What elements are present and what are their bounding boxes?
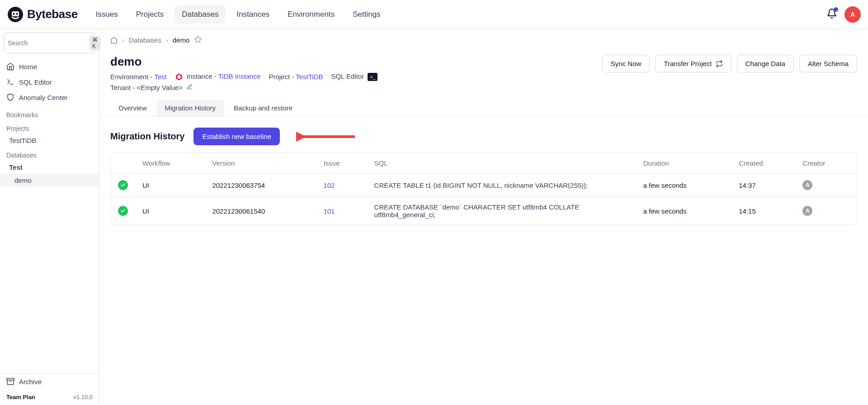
issue-link[interactable]: 102 (323, 181, 335, 189)
cell-workflow: UI (135, 174, 205, 196)
transfer-project-label: Transfer Project (664, 60, 712, 67)
status-done-icon (118, 180, 128, 190)
cell-sql: CREATE TABLE t1 (id BIGINT NOT NULL, nic… (367, 174, 636, 196)
search-shortcut: ⌘ K (90, 36, 100, 50)
sidebar-section-bookmarks: Bookmarks (0, 107, 99, 120)
top-nav: Issues Projects Databases Instances Envi… (89, 5, 388, 24)
sidebar-env-test[interactable]: Test (0, 161, 99, 174)
tabs: Overview Migration History Backup and re… (99, 91, 868, 117)
sidebar-anomaly-label: Anomaly Center (19, 94, 68, 101)
cell-version: 20221230063754 (205, 174, 316, 196)
notifications-button[interactable] (826, 8, 837, 20)
cell-version: 20221230061540 (205, 196, 316, 225)
tidb-icon (175, 73, 183, 81)
tenant-label: Tenant - (110, 84, 137, 91)
sidebar-sql-editor-label: SQL Editor (19, 78, 52, 86)
brand-logo[interactable]: Bytebase (7, 6, 78, 23)
issue-link[interactable]: 101 (323, 207, 335, 215)
sidebar-footer: Team Plan v1.10.0 (0, 389, 99, 405)
col-creator: Creator (795, 153, 857, 174)
nav-settings[interactable]: Settings (345, 5, 387, 24)
page-title: demo (110, 55, 377, 69)
chevron-right-icon: › (166, 36, 168, 44)
notification-dot-icon (834, 7, 838, 12)
plan-label: Team Plan (6, 394, 35, 400)
transfer-project-button[interactable]: Transfer Project (655, 55, 731, 72)
svg-rect-3 (16, 13, 18, 15)
nav-issues[interactable]: Issues (89, 5, 125, 24)
sidebar-project-testtidb[interactable]: TestTiDB (0, 134, 99, 147)
table-row[interactable]: UI 20221230061540 101 CREATE DATABASE `d… (111, 196, 857, 225)
cell-created: 14:37 (731, 174, 795, 196)
col-sql: SQL (367, 153, 636, 174)
table-row[interactable]: UI 20221230063754 102 CREATE TABLE t1 (i… (111, 174, 857, 196)
svg-marker-7 (195, 36, 202, 43)
tenant-value: <Empty Value> (137, 84, 182, 91)
sidebar-anomaly-center[interactable]: Anomaly Center (0, 90, 99, 105)
sidebar-sql-editor[interactable]: SQL Editor (0, 74, 99, 90)
migration-table: Workflow Version Issue SQL Duration Crea… (110, 152, 857, 225)
top-header: Bytebase Issues Projects Databases Insta… (0, 0, 868, 29)
annotation-arrow-icon (296, 130, 359, 143)
sidebar-section-projects: Projects (0, 120, 99, 134)
sidebar-archive-label: Archive (19, 378, 42, 386)
terminal-badge-icon: >_ (368, 73, 377, 81)
tab-migration-history[interactable]: Migration History (157, 100, 224, 116)
header-right: A (826, 6, 861, 23)
col-duration: Duration (636, 153, 731, 174)
main-content: › Databases › demo demo Environment - Te… (99, 29, 868, 405)
sidebar: ⌘ K Home SQL Editor Anomaly Center Bookm… (0, 29, 99, 405)
nav-environments[interactable]: Environments (280, 5, 342, 24)
user-avatar[interactable]: A (844, 6, 861, 23)
archive-icon (6, 377, 14, 386)
sync-now-button[interactable]: Sync Now (602, 55, 650, 72)
instance-link[interactable]: TiDB Instance (218, 72, 261, 80)
nav-instances[interactable]: Instances (229, 5, 277, 24)
establish-baseline-button[interactable]: Establish new baseline (193, 128, 280, 145)
brand-name: Bytebase (27, 7, 78, 21)
sql-editor-link[interactable]: SQL Editor (331, 72, 364, 80)
env-link[interactable]: Test (154, 73, 167, 81)
sidebar-section-databases: Databases (0, 147, 99, 161)
bookmark-star-button[interactable] (194, 35, 202, 45)
search-input-wrapper[interactable]: ⌘ K (4, 33, 95, 53)
col-status (111, 153, 135, 174)
col-workflow: Workflow (135, 153, 205, 174)
sidebar-home[interactable]: Home (0, 59, 99, 74)
svg-rect-1 (12, 11, 19, 16)
sidebar-home-label: Home (19, 63, 37, 71)
project-link[interactable]: TestTiDB (296, 73, 323, 81)
alter-schema-button[interactable]: Alter Schema (799, 55, 857, 72)
edit-tenant-button[interactable] (186, 84, 193, 91)
shield-icon (6, 93, 14, 101)
section-title: Migration History (110, 131, 184, 142)
chevron-right-icon: › (122, 36, 124, 44)
col-version: Version (205, 153, 316, 174)
svg-rect-5 (7, 378, 14, 380)
breadcrumb-home-icon[interactable] (110, 37, 118, 44)
cell-sql: CREATE DATABASE `demo` CHARACTER SET utf… (367, 196, 636, 225)
breadcrumb-databases[interactable]: Databases (129, 36, 161, 44)
terminal-icon (6, 78, 14, 86)
change-data-button[interactable]: Change Data (737, 55, 794, 72)
breadcrumb-demo[interactable]: demo (173, 36, 190, 44)
cell-workflow: UI (135, 196, 205, 225)
nav-databases[interactable]: Databases (175, 5, 226, 24)
version-label: v1.10.0 (73, 394, 93, 400)
cell-duration: a few seconds (636, 174, 731, 196)
project-label: Project - (269, 73, 296, 81)
sidebar-db-demo[interactable]: demo (0, 174, 99, 187)
tab-backup-restore[interactable]: Backup and restore (226, 100, 301, 116)
cell-created: 14:15 (731, 196, 795, 225)
svg-rect-2 (13, 13, 14, 15)
search-input[interactable] (8, 39, 87, 47)
section-header: Migration History Establish new baseline (99, 117, 868, 152)
page-meta: Environment - Test Instance - TiDB Insta… (110, 72, 377, 81)
status-done-icon (118, 206, 128, 216)
col-issue: Issue (316, 153, 367, 174)
home-icon (6, 62, 14, 71)
tab-overview[interactable]: Overview (110, 100, 155, 116)
col-created: Created (731, 153, 795, 174)
nav-projects[interactable]: Projects (129, 5, 171, 24)
sidebar-archive[interactable]: Archive (0, 374, 99, 389)
